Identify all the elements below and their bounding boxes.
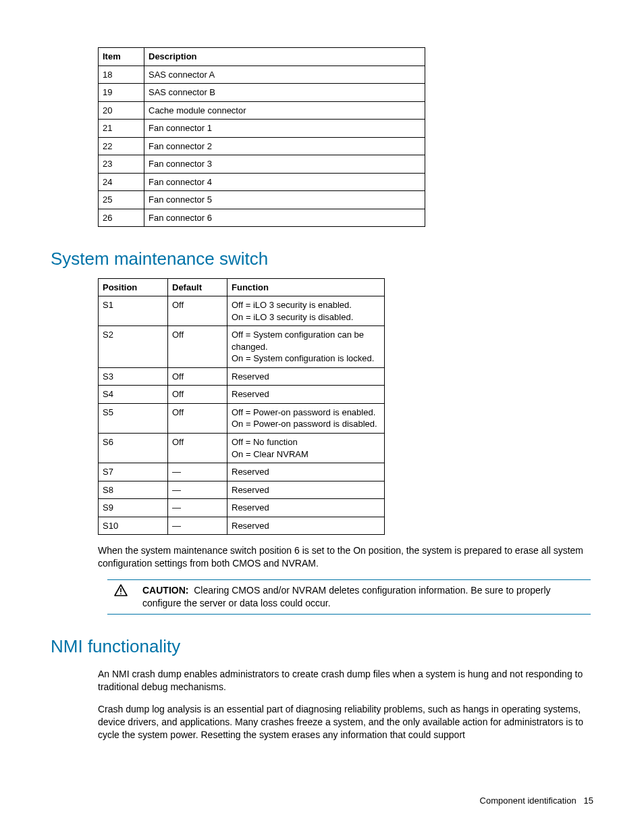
table-cell: 20 — [99, 101, 144, 120]
table-cell: S8 — [99, 481, 168, 499]
table-cell: Off — [168, 367, 227, 386]
table-cell: — — [168, 463, 227, 481]
table-cell: Fan connector 1 — [144, 120, 425, 138]
table-cell: Reserved — [227, 386, 385, 404]
table-cell: 18 — [99, 66, 144, 84]
table-row: 26Fan connector 6 — [99, 209, 425, 227]
svg-rect-1 — [120, 594, 122, 595]
table-cell: 23 — [99, 155, 144, 174]
table-row: S7—Reserved — [99, 463, 385, 481]
table-cell: S7 — [99, 463, 168, 481]
table-cell: S1 — [99, 296, 168, 326]
table-cell: Fan connector 6 — [144, 209, 425, 227]
table-cell: Off = No functionOn = Clear NVRAM — [227, 434, 385, 463]
table-cell: 25 — [99, 191, 144, 209]
table-cell: S10 — [99, 517, 168, 535]
table-cell: Cache module connector — [144, 101, 425, 120]
table-cell: Off = System configuration can be change… — [227, 326, 385, 368]
paragraph: When the system maintenance switch posit… — [98, 544, 591, 570]
table-cell: Fan connector 4 — [144, 173, 425, 191]
table-cell: — — [168, 499, 227, 517]
section-heading: System maintenance switch — [51, 247, 591, 271]
table-row: S10—Reserved — [99, 517, 385, 535]
table-cell: 26 — [99, 209, 144, 227]
table-row: 20Cache module connector — [99, 101, 425, 120]
table-cell: Reserved — [227, 367, 385, 386]
table-cell: Reserved — [227, 481, 385, 499]
table-row: S1OffOff = iLO 3 security is enabled.On … — [99, 296, 385, 326]
table-row: S4OffReserved — [99, 386, 385, 404]
paragraph: An NMI crash dump enables administrators… — [98, 668, 591, 694]
svg-rect-0 — [120, 588, 122, 592]
table-row: 19SAS connector B — [99, 84, 425, 102]
table-row: S3OffReserved — [99, 367, 385, 386]
caution-icon — [114, 584, 128, 600]
table-cell: Fan connector 2 — [144, 137, 425, 155]
table-cell: — — [168, 481, 227, 499]
table-cell: Off = Power-on password is enabled.On = … — [227, 403, 385, 433]
table-row: S6OffOff = No functionOn = Clear NVRAM — [99, 434, 385, 463]
table-cell: S4 — [99, 386, 168, 404]
table-cell: Off — [168, 386, 227, 404]
table-cell: 21 — [99, 120, 144, 138]
items-table: Item Description 18SAS connector A19SAS … — [98, 47, 425, 227]
table-row: 21Fan connector 1 — [99, 120, 425, 138]
table-cell: 22 — [99, 137, 144, 155]
table-cell: Off — [168, 326, 227, 368]
table-cell: SAS connector B — [144, 84, 425, 102]
table-cell: Fan connector 3 — [144, 155, 425, 174]
table-row: 22Fan connector 2 — [99, 137, 425, 155]
caution-text: Clearing CMOS and/or NVRAM deletes confi… — [142, 585, 551, 608]
table-cell: Reserved — [227, 463, 385, 481]
table-row: 18SAS connector A — [99, 66, 425, 84]
table-row: S5OffOff = Power-on password is enabled.… — [99, 403, 385, 433]
table-row: 23Fan connector 3 — [99, 155, 425, 174]
table-cell: Off = iLO 3 security is enabled.On = iLO… — [227, 296, 385, 326]
table-cell: 24 — [99, 173, 144, 191]
table-row: S8—Reserved — [99, 481, 385, 499]
table-cell: SAS connector A — [144, 66, 425, 84]
table-header: Function — [227, 278, 385, 296]
table-cell: S9 — [99, 499, 168, 517]
table-cell: 19 — [99, 84, 144, 102]
table-cell: S2 — [99, 326, 168, 368]
table-cell: — — [168, 517, 227, 535]
table-header: Description — [144, 48, 425, 66]
switch-table: Position Default Function S1OffOff = iLO… — [98, 278, 385, 536]
table-header: Default — [168, 278, 227, 296]
table-header: Item — [99, 48, 144, 66]
table-cell: Reserved — [227, 499, 385, 517]
table-cell: Off — [168, 296, 227, 326]
caution-label: CAUTION: — [142, 585, 188, 596]
section-heading: NMI functionality — [51, 635, 591, 658]
table-header: Position — [99, 278, 168, 296]
table-cell: Reserved — [227, 517, 385, 535]
table-cell: S3 — [99, 367, 168, 386]
table-cell: S5 — [99, 403, 168, 433]
table-cell: S6 — [99, 434, 168, 463]
table-row: 25Fan connector 5 — [99, 191, 425, 209]
table-row: S2OffOff = System configuration can be c… — [99, 326, 385, 368]
table-cell: Off — [168, 434, 227, 463]
table-cell: Off — [168, 403, 227, 433]
paragraph: Crash dump log analysis is an essential … — [98, 703, 591, 741]
table-row: 24Fan connector 4 — [99, 173, 425, 191]
table-row: S9—Reserved — [99, 499, 385, 517]
table-cell: Fan connector 5 — [144, 191, 425, 209]
caution-block: CAUTION: Clearing CMOS and/or NVRAM dele… — [107, 579, 591, 615]
